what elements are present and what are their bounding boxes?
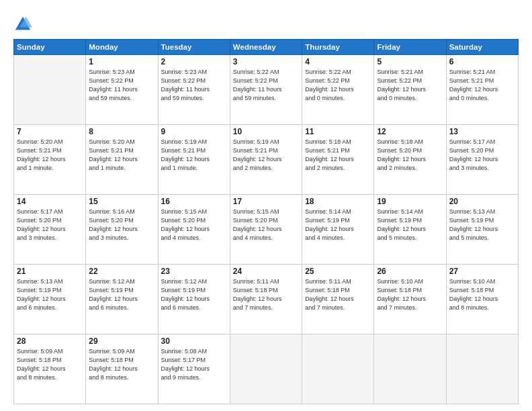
day-number: 20: [449, 197, 515, 206]
cell-info: Sunrise: 5:12 AM Sunset: 5:19 PM Dayligh…: [161, 277, 227, 312]
calendar-cell: 4Sunrise: 5:22 AM Sunset: 5:22 PM Daylig…: [302, 55, 374, 125]
day-number: 1: [89, 57, 154, 66]
cell-info: Sunrise: 5:22 AM Sunset: 5:22 PM Dayligh…: [233, 68, 299, 103]
calendar-cell: 17Sunrise: 5:15 AM Sunset: 5:20 PM Dayli…: [230, 195, 302, 265]
calendar-cell: 11Sunrise: 5:18 AM Sunset: 5:21 PM Dayli…: [302, 125, 374, 195]
calendar-cell: 8Sunrise: 5:20 AM Sunset: 5:21 PM Daylig…: [86, 125, 158, 195]
day-number: 13: [449, 127, 515, 136]
cell-info: Sunrise: 5:22 AM Sunset: 5:22 PM Dayligh…: [305, 68, 371, 103]
cell-info: Sunrise: 5:23 AM Sunset: 5:22 PM Dayligh…: [89, 68, 154, 103]
calendar-cell: 20Sunrise: 5:13 AM Sunset: 5:19 PM Dayli…: [446, 195, 518, 265]
day-number: 27: [449, 267, 515, 276]
weekday-header-row: SundayMondayTuesdayWednesdayThursdayFrid…: [14, 40, 519, 55]
day-number: 9: [161, 127, 227, 136]
calendar-cell: 27Sunrise: 5:10 AM Sunset: 5:18 PM Dayli…: [446, 265, 518, 334]
calendar-week-3: 14Sunrise: 5:17 AM Sunset: 5:20 PM Dayli…: [14, 195, 519, 265]
calendar-cell: [446, 334, 518, 404]
calendar-cell: 2Sunrise: 5:23 AM Sunset: 5:22 PM Daylig…: [158, 55, 230, 125]
cell-info: Sunrise: 5:21 AM Sunset: 5:21 PM Dayligh…: [449, 68, 515, 103]
day-number: 19: [377, 197, 443, 206]
day-number: 21: [17, 267, 83, 276]
day-number: 12: [377, 127, 443, 136]
logo: [13, 15, 35, 34]
cell-info: Sunrise: 5:09 AM Sunset: 5:18 PM Dayligh…: [17, 347, 83, 382]
weekday-header-thursday: Thursday: [302, 40, 374, 55]
day-number: 22: [89, 267, 154, 276]
calendar-cell: 24Sunrise: 5:11 AM Sunset: 5:18 PM Dayli…: [230, 265, 302, 334]
calendar-cell: 26Sunrise: 5:10 AM Sunset: 5:18 PM Dayli…: [374, 265, 446, 334]
page: SundayMondayTuesdayWednesdayThursdayFrid…: [0, 0, 532, 411]
weekday-header-wednesday: Wednesday: [230, 40, 302, 55]
calendar-cell: 23Sunrise: 5:12 AM Sunset: 5:19 PM Dayli…: [158, 265, 230, 334]
cell-info: Sunrise: 5:20 AM Sunset: 5:21 PM Dayligh…: [89, 138, 154, 173]
cell-info: Sunrise: 5:18 AM Sunset: 5:20 PM Dayligh…: [377, 138, 443, 173]
cell-info: Sunrise: 5:15 AM Sunset: 5:20 PM Dayligh…: [233, 208, 299, 242]
calendar-cell: [14, 55, 86, 125]
calendar-cell: 1Sunrise: 5:23 AM Sunset: 5:22 PM Daylig…: [86, 55, 158, 125]
cell-info: Sunrise: 5:20 AM Sunset: 5:21 PM Dayligh…: [17, 138, 83, 173]
calendar-cell: 25Sunrise: 5:11 AM Sunset: 5:18 PM Dayli…: [302, 265, 374, 334]
cell-info: Sunrise: 5:14 AM Sunset: 5:19 PM Dayligh…: [305, 208, 371, 242]
day-number: 3: [233, 57, 299, 66]
day-number: 25: [305, 267, 371, 276]
cell-info: Sunrise: 5:09 AM Sunset: 5:18 PM Dayligh…: [89, 347, 154, 382]
calendar-week-5: 28Sunrise: 5:09 AM Sunset: 5:18 PM Dayli…: [14, 334, 519, 404]
cell-info: Sunrise: 5:16 AM Sunset: 5:20 PM Dayligh…: [89, 208, 154, 242]
day-number: 6: [449, 57, 515, 66]
cell-info: Sunrise: 5:18 AM Sunset: 5:21 PM Dayligh…: [305, 138, 371, 173]
cell-info: Sunrise: 5:11 AM Sunset: 5:18 PM Dayligh…: [233, 277, 299, 312]
cell-info: Sunrise: 5:14 AM Sunset: 5:19 PM Dayligh…: [377, 208, 443, 242]
calendar-week-1: 1Sunrise: 5:23 AM Sunset: 5:22 PM Daylig…: [14, 55, 519, 125]
weekday-header-sunday: Sunday: [14, 40, 86, 55]
calendar-cell: 15Sunrise: 5:16 AM Sunset: 5:20 PM Dayli…: [86, 195, 158, 265]
cell-info: Sunrise: 5:13 AM Sunset: 5:19 PM Dayligh…: [17, 277, 83, 312]
day-number: 26: [377, 267, 443, 276]
cell-info: Sunrise: 5:17 AM Sunset: 5:20 PM Dayligh…: [17, 208, 83, 242]
cell-info: Sunrise: 5:10 AM Sunset: 5:18 PM Dayligh…: [449, 277, 515, 312]
day-number: 17: [233, 197, 299, 206]
day-number: 8: [89, 127, 154, 136]
cell-info: Sunrise: 5:12 AM Sunset: 5:19 PM Dayligh…: [89, 277, 154, 312]
weekday-header-friday: Friday: [374, 40, 446, 55]
day-number: 28: [17, 336, 83, 346]
calendar-cell: 14Sunrise: 5:17 AM Sunset: 5:20 PM Dayli…: [14, 195, 86, 265]
calendar-cell: 28Sunrise: 5:09 AM Sunset: 5:18 PM Dayli…: [14, 334, 86, 404]
header: [13, 12, 519, 34]
day-number: 16: [161, 197, 227, 206]
calendar-cell: 7Sunrise: 5:20 AM Sunset: 5:21 PM Daylig…: [14, 125, 86, 195]
cell-info: Sunrise: 5:19 AM Sunset: 5:21 PM Dayligh…: [233, 138, 299, 173]
calendar-cell: 9Sunrise: 5:19 AM Sunset: 5:21 PM Daylig…: [158, 125, 230, 195]
calendar-cell: 16Sunrise: 5:15 AM Sunset: 5:20 PM Dayli…: [158, 195, 230, 265]
calendar-cell: 19Sunrise: 5:14 AM Sunset: 5:19 PM Dayli…: [374, 195, 446, 265]
cell-info: Sunrise: 5:21 AM Sunset: 5:22 PM Dayligh…: [377, 68, 443, 103]
cell-info: Sunrise: 5:17 AM Sunset: 5:20 PM Dayligh…: [449, 138, 515, 173]
calendar-table: SundayMondayTuesdayWednesdayThursdayFrid…: [13, 39, 519, 404]
day-number: 4: [305, 57, 371, 66]
cell-info: Sunrise: 5:19 AM Sunset: 5:21 PM Dayligh…: [161, 138, 227, 173]
calendar-cell: [230, 334, 302, 404]
calendar-cell: [374, 334, 446, 404]
day-number: 5: [377, 57, 443, 66]
calendar-week-4: 21Sunrise: 5:13 AM Sunset: 5:19 PM Dayli…: [14, 265, 519, 334]
cell-info: Sunrise: 5:08 AM Sunset: 5:17 PM Dayligh…: [161, 347, 227, 382]
day-number: 2: [161, 57, 227, 66]
cell-info: Sunrise: 5:23 AM Sunset: 5:22 PM Dayligh…: [161, 68, 227, 103]
weekday-header-monday: Monday: [86, 40, 158, 55]
calendar-week-2: 7Sunrise: 5:20 AM Sunset: 5:21 PM Daylig…: [14, 125, 519, 195]
calendar-cell: 3Sunrise: 5:22 AM Sunset: 5:22 PM Daylig…: [230, 55, 302, 125]
calendar-cell: [302, 334, 374, 404]
day-number: 30: [161, 336, 227, 346]
cell-info: Sunrise: 5:15 AM Sunset: 5:20 PM Dayligh…: [161, 208, 227, 242]
weekday-header-tuesday: Tuesday: [158, 40, 230, 55]
day-number: 29: [89, 336, 154, 346]
calendar-cell: 13Sunrise: 5:17 AM Sunset: 5:20 PM Dayli…: [446, 125, 518, 195]
calendar-cell: 10Sunrise: 5:19 AM Sunset: 5:21 PM Dayli…: [230, 125, 302, 195]
calendar-cell: 22Sunrise: 5:12 AM Sunset: 5:19 PM Dayli…: [86, 265, 158, 334]
calendar-cell: 21Sunrise: 5:13 AM Sunset: 5:19 PM Dayli…: [14, 265, 86, 334]
calendar-cell: 18Sunrise: 5:14 AM Sunset: 5:19 PM Dayli…: [302, 195, 374, 265]
calendar-cell: 12Sunrise: 5:18 AM Sunset: 5:20 PM Dayli…: [374, 125, 446, 195]
calendar-cell: 6Sunrise: 5:21 AM Sunset: 5:21 PM Daylig…: [446, 55, 518, 125]
calendar-cell: 30Sunrise: 5:08 AM Sunset: 5:17 PM Dayli…: [158, 334, 230, 404]
cell-info: Sunrise: 5:13 AM Sunset: 5:19 PM Dayligh…: [449, 208, 515, 242]
cell-info: Sunrise: 5:10 AM Sunset: 5:18 PM Dayligh…: [377, 277, 443, 312]
